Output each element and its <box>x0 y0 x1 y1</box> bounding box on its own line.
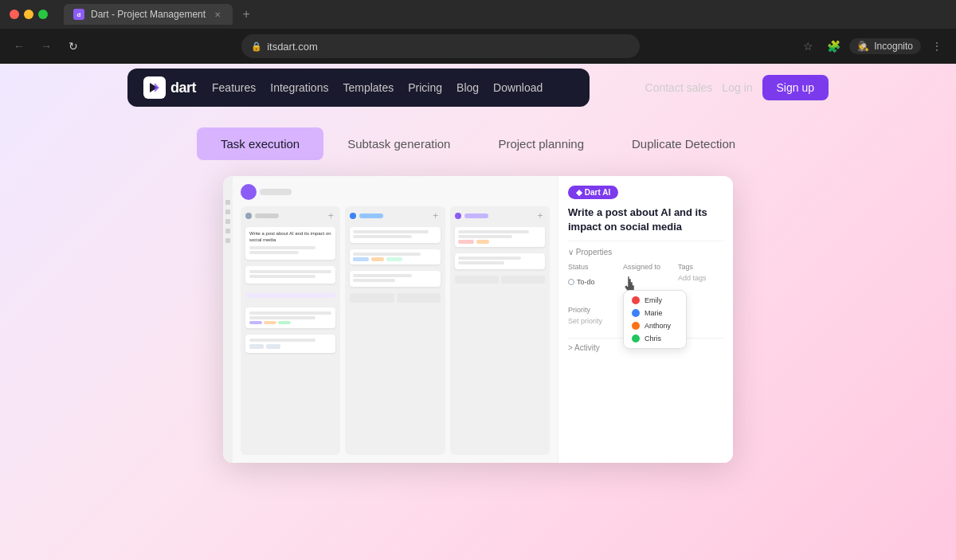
nav-templates[interactable]: Templates <box>343 81 394 94</box>
demo-inner: + Write a post about AI and its impact o… <box>223 176 733 463</box>
tab-bar: d Dart - Project Management ✕ + <box>64 4 946 25</box>
back-button[interactable]: ← <box>10 37 29 56</box>
bookmark-icon[interactable]: ☆ <box>798 37 817 56</box>
mini-card-review[interactable] <box>455 227 545 247</box>
nav-integrations[interactable]: Integrations <box>270 81 328 94</box>
dropdown-user-chris[interactable]: Chris <box>627 332 683 345</box>
tab-project-planning[interactable]: Project planning <box>474 127 608 160</box>
col-title-review <box>464 213 488 218</box>
signup-button[interactable]: Sign up <box>762 75 829 100</box>
user-dropdown[interactable]: Emily Marie Anthony <box>623 290 687 349</box>
mini-bar <box>353 230 429 233</box>
user-name-bar <box>260 189 292 195</box>
properties-header[interactable]: ∨ Properties <box>568 248 723 257</box>
assigned-area[interactable]: Emily Marie Anthony <box>623 274 668 300</box>
tag-green <box>278 321 291 324</box>
tab-duplicate-detection[interactable]: Duplicate Detection <box>608 127 759 160</box>
title-bar: d Dart - Project Management ✕ + <box>0 0 956 29</box>
mini-card[interactable] <box>350 249 440 264</box>
mini-card[interactable] <box>350 227 440 243</box>
tag-purple <box>249 321 262 324</box>
maximize-button[interactable] <box>38 10 48 19</box>
nav-blog[interactable]: Blog <box>456 81 479 94</box>
nav-inner: dart Features Integrations Templates Pri… <box>127 69 590 107</box>
login-button[interactable]: Log in <box>722 81 752 94</box>
kanban-card[interactable] <box>245 307 335 328</box>
logo-text: dart <box>170 80 196 96</box>
mini-card[interactable] <box>350 271 440 287</box>
browser-tab[interactable]: d Dart - Project Management ✕ <box>64 4 233 25</box>
card-bar <box>249 339 315 342</box>
tab-task-execution[interactable]: Task execution <box>197 127 323 160</box>
col-dot-review <box>455 213 461 219</box>
mini-bar <box>458 257 521 260</box>
extensions-icon[interactable]: 🧩 <box>824 37 843 56</box>
col-dot-doing <box>350 213 356 219</box>
refresh-button[interactable]: ↻ <box>64 37 83 56</box>
kanban-card[interactable] <box>245 266 335 284</box>
col-header-doing: + <box>350 211 440 221</box>
status-badge[interactable]: To-do <box>568 278 595 286</box>
kanban-card[interactable] <box>245 335 335 353</box>
properties-section: ∨ Properties Status To-do <box>568 241 723 331</box>
dropdown-user-emily[interactable]: Emily <box>627 294 683 307</box>
mini-bar <box>353 274 412 277</box>
col-add-review[interactable]: + <box>535 211 545 221</box>
user-avatar <box>241 184 257 200</box>
minimize-button[interactable] <box>24 10 33 19</box>
bottom-card <box>501 276 545 284</box>
sidebar-dot <box>225 210 230 214</box>
bottom-card <box>350 293 394 303</box>
url-bar[interactable]: 🔒 itsdart.com <box>241 34 640 58</box>
close-button[interactable] <box>10 10 19 19</box>
nav-actions: Contact sales Log in Sign up <box>645 75 829 100</box>
detail-panel: ◆ Dart AI Write a post about AI and its … <box>558 176 733 463</box>
user-dot-chris <box>632 335 640 343</box>
dart-ai-badge: ◆ Dart AI <box>568 186 618 199</box>
kanban-col-doing: + <box>345 206 445 455</box>
logo[interactable]: dart <box>143 76 196 99</box>
card-bar <box>249 251 299 254</box>
col-title-todo <box>255 213 279 218</box>
mini-bar <box>353 253 420 256</box>
col-add-todo[interactable]: + <box>326 211 335 221</box>
tab-title: Dart - Project Management <box>91 9 206 20</box>
menu-icon[interactable]: ⋮ <box>927 37 946 56</box>
incognito-label: Incognito <box>874 41 913 52</box>
sidebar-dot <box>225 229 230 233</box>
mini-bar <box>353 279 395 282</box>
dropdown-user-anthony[interactable]: Anthony <box>627 319 683 332</box>
tab-subtask-generation[interactable]: Subtask generation <box>323 127 474 160</box>
card-bar <box>249 275 315 278</box>
tag-blue <box>353 257 369 261</box>
kanban-card-main[interactable]: Write a post about AI and its impact on … <box>245 227 335 260</box>
footer-bar <box>266 344 280 349</box>
mini-card-review[interactable] <box>455 253 545 269</box>
dropdown-user-marie[interactable]: Marie <box>627 307 683 319</box>
sidebar-dot <box>225 219 230 224</box>
mini-card-tags <box>353 257 437 261</box>
tag-green <box>386 257 402 261</box>
kanban-col-review: + <box>450 206 550 455</box>
col-title-doing <box>359 213 383 218</box>
assigned-label: Assigned to <box>623 263 668 271</box>
toolbar-right: ☆ 🧩 🕵️ Incognito ⋮ <box>798 37 946 56</box>
nav-download[interactable]: Download <box>493 81 543 94</box>
bottom-card <box>455 276 499 284</box>
user-dot-marie <box>632 309 640 317</box>
sidebar-dot <box>225 238 230 243</box>
add-tags[interactable]: Add tags <box>678 274 723 282</box>
assigned-to-col: Assigned to <box>623 263 668 300</box>
tab-close-button[interactable]: ✕ <box>212 9 223 20</box>
nav-pricing[interactable]: Pricing <box>408 81 442 94</box>
nav-features[interactable]: Features <box>212 81 256 94</box>
new-tab-button[interactable]: + <box>236 4 257 25</box>
traffic-lights <box>10 10 48 19</box>
sidebar-dot <box>225 200 230 205</box>
card-bar <box>249 246 315 249</box>
forward-button[interactable]: → <box>37 37 56 56</box>
col-header-review: + <box>455 211 545 221</box>
col-add-doing[interactable]: + <box>431 211 441 221</box>
review-tags <box>458 240 542 244</box>
contact-sales-button[interactable]: Contact sales <box>645 81 713 94</box>
